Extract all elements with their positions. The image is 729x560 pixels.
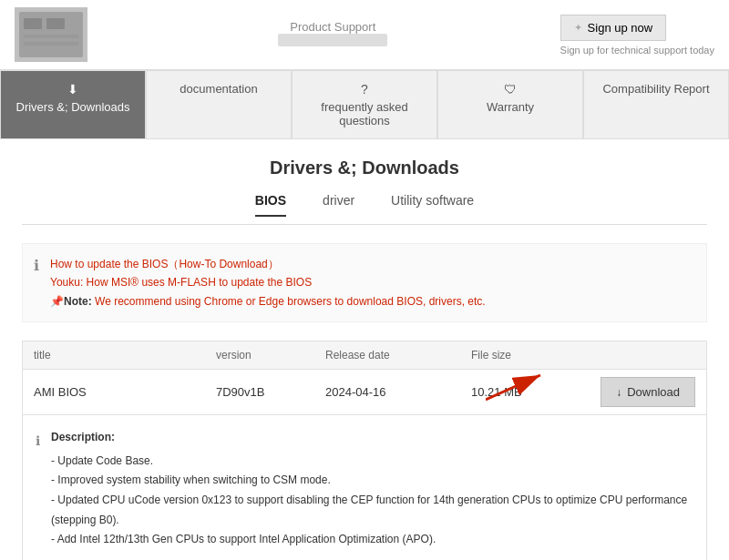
product-name-placeholder: [278, 34, 387, 46]
logo-image: [15, 7, 87, 62]
tab-faq[interactable]: ? frequently asked questions: [292, 70, 437, 138]
desc-line-1: - Update Code Base.: [51, 452, 693, 472]
signup-sub-label: Sign up for technical support today: [560, 45, 714, 56]
star-icon: ✦: [574, 22, 582, 34]
sub-tab-bios[interactable]: BIOS: [255, 193, 286, 217]
product-support-label: Product Support: [290, 20, 375, 34]
info-content: How to update the BIOS（How-To Download） …: [50, 255, 486, 311]
tab-documentation[interactable]: documentation: [146, 70, 292, 138]
tab-drivers-downloads[interactable]: ⬇ Drivers &; Downloads: [0, 70, 146, 138]
signup-button[interactable]: ✦ Sign up now: [560, 15, 667, 41]
signup-section: ✦ Sign up now Sign up for technical supp…: [560, 15, 714, 56]
main-content: Drivers &; Downloads BIOS driver Utility…: [0, 139, 729, 560]
sub-tab-utility[interactable]: Utility software: [391, 193, 474, 217]
download-button[interactable]: ↓ Download: [601, 377, 695, 407]
svg-rect-5: [24, 42, 78, 46]
col-release-date: Release date: [325, 349, 471, 361]
note-label: 📌Note:: [50, 295, 92, 308]
page-title: Drivers &; Downloads: [22, 158, 707, 178]
row-version: 7D90v1B: [216, 385, 325, 399]
tab-compatibility[interactable]: Compatibility Report: [583, 70, 729, 138]
svg-rect-3: [46, 18, 65, 29]
col-title: title: [34, 349, 216, 361]
desc-line-4: - Add Intel 12th/13th Gen CPUs to suppor…: [51, 530, 693, 550]
product-logo: [15, 7, 87, 62]
table-header: title version Release date File size: [22, 341, 707, 369]
row-release-date: 2024-04-16: [325, 385, 471, 399]
tab-warranty[interactable]: 🛡 Warranty: [437, 70, 583, 138]
warranty-tab-icon: 🛡: [504, 82, 517, 97]
sub-tab-driver[interactable]: driver: [323, 193, 354, 217]
col-file-size: File size: [471, 349, 580, 361]
tab-faq-label: frequently asked questions: [300, 100, 429, 127]
svg-rect-2: [24, 18, 42, 29]
col-action: [580, 349, 695, 361]
description-box: ℹ Description: - Update Code Base. - Imp…: [22, 414, 707, 560]
info-box: ℹ How to update the BIOS（How-To Download…: [22, 243, 707, 322]
table-row: AMI BIOS 7D90v1B 2024-04-16 10.21 MB ↓ D…: [22, 369, 707, 414]
desc-line-3: - Updated CPU uCode version 0x123 to sup…: [51, 491, 693, 530]
signup-button-label: Sign up now: [588, 21, 653, 35]
product-support-section: Product Support: [106, 20, 560, 50]
tab-drivers-downloads-label: Drivers &; Downloads: [16, 100, 130, 114]
svg-rect-4: [24, 35, 78, 38]
tab-documentation-label: documentation: [180, 82, 257, 96]
row-title: AMI BIOS: [34, 385, 216, 399]
desc-line-5: [51, 550, 693, 560]
nav-tabs: ⬇ Drivers &; Downloads documentation ? f…: [0, 70, 729, 139]
note-text: We recommend using Chrome or Edge browse…: [95, 295, 486, 308]
desc-line-2: - Improved system stability when switchi…: [51, 471, 693, 491]
desc-title: Description:: [51, 428, 693, 448]
tab-compatibility-label: Compatibility Report: [602, 82, 709, 96]
download-icon: ↓: [616, 386, 621, 399]
desc-content: Description: - Update Code Base. - Impro…: [51, 428, 693, 560]
page-header: Product Support ✦ Sign up now Sign up fo…: [0, 0, 729, 70]
col-version: version: [216, 349, 325, 361]
tab-warranty-label: Warranty: [487, 100, 534, 114]
faq-tab-icon: ?: [361, 82, 368, 97]
download-button-label: Download: [627, 385, 680, 399]
info-icon: ℹ: [34, 257, 39, 311]
desc-info-icon: ℹ: [36, 430, 40, 560]
row-file-size: 10.21 MB: [471, 385, 580, 399]
youku-link[interactable]: Youku: How MSI® uses M-FLASH to update t…: [50, 276, 312, 289]
bios-howto-link[interactable]: How to update the BIOS（How-To Download）: [50, 258, 279, 270]
download-tab-icon: ⬇: [67, 82, 78, 97]
sub-tabs: BIOS driver Utility software: [22, 193, 707, 225]
